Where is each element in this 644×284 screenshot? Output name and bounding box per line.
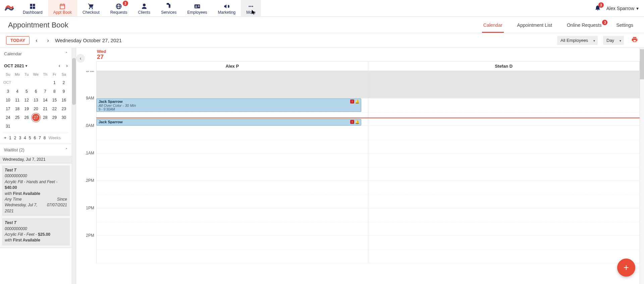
time-slot[interactable] <box>368 153 640 181</box>
minical-day[interactable]: 2 <box>59 79 68 86</box>
week-num[interactable]: 6 <box>34 136 36 140</box>
nav-requests[interactable]: Requests3 <box>105 0 133 16</box>
minical-day[interactable]: 14 <box>41 96 50 104</box>
minical-day[interactable]: 16 <box>59 96 68 104</box>
week-num[interactable]: 5 <box>29 136 31 140</box>
minical-day[interactable]: 15 <box>50 96 59 104</box>
minical-day[interactable]: 4 <box>13 88 22 95</box>
minical-day[interactable]: 11 <box>13 96 22 104</box>
nav-clients[interactable]: Clients <box>133 0 156 16</box>
hour-row[interactable]: 12PM <box>96 181 640 208</box>
hour-row[interactable]: 11AM <box>96 153 640 181</box>
minical-day[interactable]: 7 <box>41 88 50 95</box>
next-day-button[interactable]: › <box>44 36 52 45</box>
minical-day[interactable]: 5 <box>22 88 31 95</box>
minical-day[interactable]: 12 <box>22 96 31 104</box>
nav-more[interactable]: More <box>241 0 261 16</box>
minical-day[interactable]: 20 <box>31 105 41 113</box>
prev-day-button[interactable]: ‹ <box>32 36 41 45</box>
print-button[interactable] <box>631 36 638 45</box>
time-slot[interactable] <box>96 153 368 181</box>
minical-day[interactable]: 23 <box>59 105 68 113</box>
time-slot[interactable] <box>368 126 640 153</box>
time-slot[interactable] <box>96 236 368 263</box>
minical-day[interactable]: 29 <box>50 114 59 121</box>
nav-checkout[interactable]: Checkout <box>77 0 105 16</box>
minical-day[interactable]: 18 <box>13 105 22 113</box>
minical-day[interactable]: 24 <box>3 114 13 121</box>
minical-day[interactable]: 17 <box>3 105 13 113</box>
minical-day[interactable]: 25 <box>13 114 22 121</box>
hour-row[interactable]: 2PM <box>96 236 640 263</box>
appointment-block[interactable]: Jack Sparrow!🔔 <box>96 119 361 126</box>
waitlist-card[interactable]: Test T0000000000Acrylic Fill - Feet - $2… <box>2 218 70 245</box>
time-slot[interactable] <box>96 71 368 98</box>
minical-day[interactable]: 10 <box>3 96 13 104</box>
brand-logo[interactable] <box>2 0 17 16</box>
minical-day[interactable]: 22 <box>50 105 59 113</box>
calendar-scrollbar[interactable] <box>640 48 644 284</box>
mini-next-month[interactable]: › <box>66 63 68 68</box>
minical-day[interactable]: 19 <box>22 105 31 113</box>
minical-day[interactable]: 9 <box>59 88 68 95</box>
minical-day[interactable]: 6 <box>31 88 41 95</box>
collapse-sidebar-button[interactable]: ‹ <box>76 54 85 63</box>
week-num[interactable]: 3 <box>19 136 21 140</box>
hour-row[interactable]: 10AM <box>96 126 640 153</box>
nav-services[interactable]: Services <box>156 0 182 16</box>
minical-day[interactable]: 28 <box>41 114 50 121</box>
add-appointment-fab[interactable]: + <box>617 259 635 277</box>
tab-appointment-list[interactable]: Appointment List <box>516 22 553 33</box>
minical-day[interactable]: 21 <box>41 105 50 113</box>
minical-day[interactable]: 3 <box>3 88 13 95</box>
appointment-block[interactable]: Jack SparrowAll Over Color - 30 Min9 - 9… <box>96 98 361 112</box>
view-filter[interactable]: Day <box>603 36 624 45</box>
time-slot[interactable] <box>368 181 640 208</box>
employee-select[interactable]: All Employees <box>557 36 598 45</box>
mini-calendar-header[interactable]: Calendar ˄ <box>0 48 72 60</box>
calendar-column-header[interactable]: Stefan D <box>368 62 640 71</box>
notifications-bell[interactable]: 3 <box>594 4 601 12</box>
nav-marketing[interactable]: Marketing <box>213 0 241 16</box>
minical-day[interactable]: 30 <box>59 114 68 121</box>
week-num[interactable]: 8 <box>44 136 46 140</box>
nav-appt-book[interactable]: Appt Book <box>48 0 77 16</box>
week-num[interactable]: 4 <box>24 136 26 140</box>
employee-filter[interactable]: All Employees <box>557 36 598 45</box>
minical-day[interactable]: 31 <box>3 123 13 130</box>
minical-day[interactable]: 27 <box>32 114 40 121</box>
waitlist-card[interactable]: Test T0000000000Acrylic Fill - Hands and… <box>2 165 70 216</box>
mini-prev-month[interactable]: ‹ <box>59 63 60 68</box>
time-slot[interactable] <box>368 208 640 235</box>
hour-row[interactable]: 8AM <box>96 71 640 98</box>
minical-day[interactable]: 26 <box>22 114 31 121</box>
time-slot[interactable] <box>96 208 368 235</box>
tab-calendar[interactable]: Calendar <box>482 22 504 33</box>
user-menu[interactable]: Alex Sparrow ▾ <box>606 6 639 11</box>
minical-day[interactable]: 8 <box>50 88 59 95</box>
tab-settings[interactable]: Settings <box>615 22 635 33</box>
mini-calendar-month[interactable]: OCT 2021▾ <box>4 63 27 68</box>
time-slot[interactable] <box>368 98 640 126</box>
nav-employees[interactable]: Employees <box>182 0 212 16</box>
calendar-column-header[interactable]: Alex P <box>96 62 368 71</box>
time-slot[interactable] <box>368 236 640 263</box>
time-slot[interactable] <box>368 71 640 98</box>
minical-day[interactable]: 13 <box>31 96 41 104</box>
sidebar-scrollbar[interactable] <box>72 48 76 284</box>
today-button[interactable]: TODAY <box>6 36 30 45</box>
tab-online-requests[interactable]: Online Requests3 <box>566 22 603 33</box>
week-num[interactable]: + <box>4 136 6 140</box>
calendar-grid-scroll[interactable]: 8AM9AM10AM11AM12PM1PM2PMJack SparrowAll … <box>86 71 640 284</box>
view-select[interactable]: Day <box>603 36 624 45</box>
nav-dashboard[interactable]: Dashboard <box>17 0 48 16</box>
minical-day[interactable]: 1 <box>50 79 59 86</box>
hour-row[interactable]: 1PM <box>96 208 640 236</box>
week-num[interactable]: 1 <box>9 136 11 140</box>
week-num[interactable]: 2 <box>14 136 16 140</box>
time-slot[interactable] <box>96 126 368 153</box>
waitlist-header[interactable]: Waitlist (2) ˄ <box>0 144 72 156</box>
time-slot[interactable] <box>96 181 368 208</box>
week-num[interactable]: 7 <box>39 136 41 140</box>
weeks-selector[interactable]: +12345678Weeks <box>3 133 68 140</box>
